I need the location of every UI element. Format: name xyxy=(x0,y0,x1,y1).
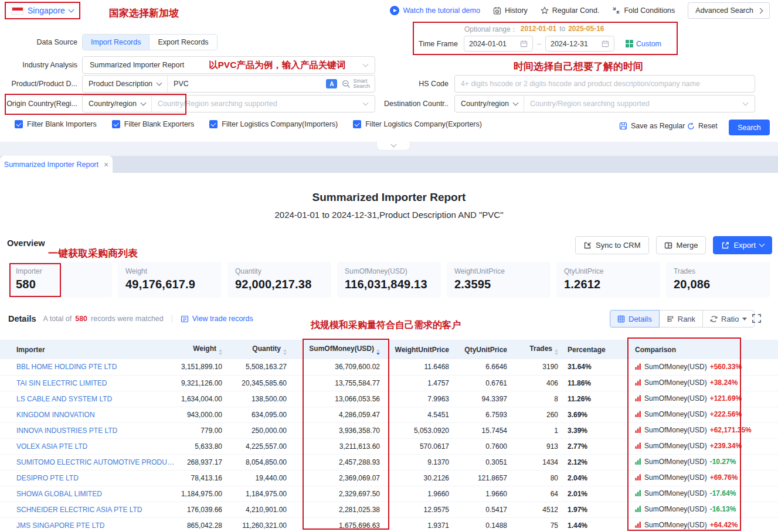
close-icon[interactable]: × xyxy=(104,161,108,169)
search-button[interactable]: Search xyxy=(729,120,770,135)
sort-weight[interactable] xyxy=(219,349,222,355)
importer-link[interactable]: VOLEX ASIA PTE LTD xyxy=(16,442,176,451)
tab-export-records[interactable]: Export Records xyxy=(150,35,216,50)
importer-link[interactable]: BBL HOME HOLDING PTE LTD xyxy=(16,363,176,371)
time-frame-label: Time Frame xyxy=(419,40,460,48)
filter-checkbox[interactable]: Filter Blank Importers xyxy=(15,120,97,128)
checkbox-label: Filter Blank Exporters xyxy=(124,120,194,128)
table-row: INNOVA INDUSTRIES PTE LTD 779.00 250,000… xyxy=(0,422,778,438)
weightunitprice-cell: 4.5451 xyxy=(388,407,454,422)
fold-conditions-link[interactable]: Fold Conditions xyxy=(612,6,675,15)
origin-country-field-select[interactable]: Country/region xyxy=(83,96,152,112)
industry-analysis-label: Industry Analysis xyxy=(0,56,77,74)
col-percentage: Percentage xyxy=(562,340,606,359)
time-frame-box: Optional range： 2012-01-01 to 2025-05-16… xyxy=(413,22,678,55)
singapore-flag-icon xyxy=(12,7,23,15)
trades-cell: 64 xyxy=(511,486,562,502)
checkbox-checked-icon[interactable] xyxy=(209,120,218,128)
destination-country-field-select[interactable]: Country/region xyxy=(455,96,524,112)
trades-cell: 8 xyxy=(511,391,562,407)
rank-view-button[interactable]: Rank xyxy=(659,310,703,328)
data-source-tabs: Import Records Export Records xyxy=(82,34,218,50)
comparison-cell: SumOfMoney(USD)+239.34% xyxy=(606,438,778,454)
industry-analysis-select[interactable]: Summarized Importer Report 以PVC产品为例，输入产品… xyxy=(82,56,375,74)
translate-icon[interactable]: A xyxy=(326,79,337,88)
sumofmoney-cell: 13,066,053.56 xyxy=(290,391,388,407)
checkbox-checked-icon[interactable] xyxy=(15,120,23,128)
weight-cell: 865,042.28 xyxy=(176,517,226,532)
importer-link[interactable]: SCHNEIDER ELECTRIC ASIA PTE LTD xyxy=(16,506,176,514)
qtyunitprice-cell: 0.6761 xyxy=(454,375,511,391)
view-trade-records-link[interactable]: View trade records xyxy=(181,315,253,323)
hs-code-input[interactable] xyxy=(454,75,755,93)
checkbox-checked-icon[interactable] xyxy=(112,120,120,128)
regular-cond-link[interactable]: Regular Cond. xyxy=(541,6,600,15)
importer-link[interactable]: KINGDOM INNOVATION xyxy=(16,411,176,419)
bar-chart-icon xyxy=(635,411,641,417)
filter-checkbox[interactable]: Filter Logistics Company(Importers) xyxy=(209,120,338,128)
country-selector[interactable]: Singapore xyxy=(5,2,80,19)
smart-search-label-2: Search xyxy=(353,84,370,90)
destination-country-input[interactable]: Country/Region searching supported xyxy=(524,100,743,108)
product-field-select[interactable]: Product Description xyxy=(83,76,168,92)
smart-search-button[interactable]: Smart Search xyxy=(342,79,370,90)
quantity-cell: 8,054,850.00 xyxy=(226,454,290,470)
importer-link[interactable]: LS CABLE AND SYSTEM LTD xyxy=(16,395,176,403)
annotation-country: 国家选择新加坡 xyxy=(109,6,179,20)
checkbox-checked-icon[interactable] xyxy=(353,120,361,128)
weightunitprice-cell: 1.9371 xyxy=(388,517,454,532)
chevron-down-icon xyxy=(141,100,147,105)
custom-range-button[interactable]: Custom xyxy=(626,40,661,48)
comparison-metric: SumOfMoney(USD) xyxy=(644,473,707,482)
col-comparison: Comparison xyxy=(606,340,778,359)
comparison-cell: SumOfMoney(USD)+121.69% xyxy=(606,391,778,407)
importer-link[interactable]: INNOVA INDUSTRIES PTE LTD xyxy=(16,427,176,435)
sort-sumofmoney[interactable] xyxy=(376,349,380,355)
origin-country-input[interactable]: Country/Region searching supported xyxy=(152,100,363,108)
importer-link[interactable]: SHOWA GLOBAL LIMITED xyxy=(16,490,176,498)
importer-link[interactable]: DESIPRO PTE LTD xyxy=(16,474,176,482)
ratio-view-button[interactable]: Ratio xyxy=(702,310,755,328)
qtyunitprice-cell: 15.7454 xyxy=(454,422,511,438)
sort-trades[interactable] xyxy=(555,349,558,355)
comparison-cell: SumOfMoney(USD)+62,171.35% xyxy=(606,422,778,438)
comparison-value: +239.34% xyxy=(710,442,742,450)
advanced-search-button[interactable]: Advanced Search xyxy=(688,2,770,19)
annotation-product: 以PVC产品为例，输入产品关键词 xyxy=(209,59,345,71)
merge-icon xyxy=(664,241,672,250)
export-button[interactable]: Export xyxy=(713,236,772,254)
country-name: Singapore xyxy=(28,6,65,15)
product-label: Product/Product D... xyxy=(0,75,77,93)
product-keyword[interactable]: PVC xyxy=(168,80,195,88)
importer-link[interactable]: JMS SINGAPORE PTE LTD xyxy=(16,521,176,530)
fullscreen-button[interactable] xyxy=(752,313,762,323)
destination-country-label: Destination Countr... xyxy=(384,95,449,112)
importer-link[interactable]: TAI SIN ELECTRIC LIMITED xyxy=(16,379,176,387)
topbar-links: Watch the tutorial demo History Regular … xyxy=(390,0,770,21)
sync-to-crm-button[interactable]: Sync to CRM xyxy=(575,236,649,254)
merge-button[interactable]: Merge xyxy=(656,236,706,254)
comparison-value: +64.42% xyxy=(710,521,738,529)
watch-tutorial-link[interactable]: Watch the tutorial demo xyxy=(390,6,480,15)
filter-checkbox[interactable]: Filter Logistics Company(Exporters) xyxy=(353,120,482,128)
reset-label: Reset xyxy=(698,122,718,130)
date-to-input[interactable]: 2024-12-31 xyxy=(545,36,614,52)
filter-checkbox[interactable]: Filter Blank Exporters xyxy=(112,120,194,128)
date-from-input[interactable]: 2024-01-01 xyxy=(464,36,533,52)
table-row: SCHNEIDER ELECTRIC ASIA PTE LTD 176,039.… xyxy=(0,502,778,517)
chevron-down-icon xyxy=(743,100,749,105)
collapse-panel-handle[interactable] xyxy=(376,141,410,151)
report-subtitle: 2024-01-01 to 2024-12-31,Product Descrip… xyxy=(0,210,778,220)
checkbox-label: Filter Blank Importers xyxy=(27,120,97,128)
reset-button[interactable]: Reset xyxy=(687,122,718,130)
save-as-regular-button[interactable]: Save as Regular xyxy=(619,122,685,130)
details-view-button[interactable]: Details xyxy=(610,310,660,328)
trades-cell: 913 xyxy=(511,438,562,454)
history-link[interactable]: History xyxy=(493,6,528,15)
tab-summarized-importer-report[interactable]: Summarized Importer Report × xyxy=(0,156,113,173)
fold-conditions-label: Fold Conditions xyxy=(624,6,675,15)
sort-quantity[interactable] xyxy=(283,349,287,355)
tab-import-records[interactable]: Import Records xyxy=(83,35,150,50)
importer-link[interactable]: SUMITOMO ELECTRIC AUTOMOTIVE PRODUCTS... xyxy=(16,458,176,466)
weightunitprice-cell: 1.9660 xyxy=(388,486,454,502)
